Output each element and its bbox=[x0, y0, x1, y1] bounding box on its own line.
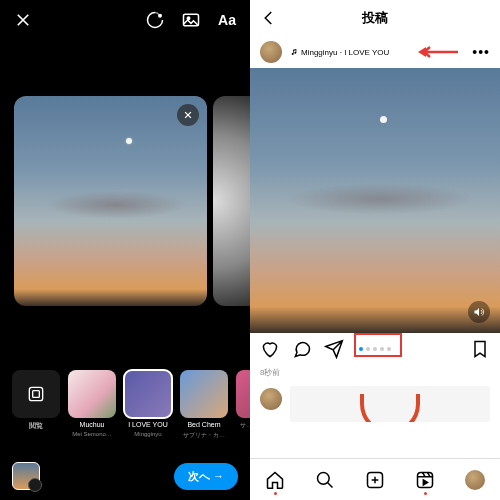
more-icon[interactable]: ••• bbox=[472, 44, 490, 60]
next-post-image[interactable] bbox=[290, 386, 490, 422]
page-title: 投稿 bbox=[362, 9, 388, 27]
tab-bar bbox=[250, 458, 500, 500]
editor-toolbar: Aa bbox=[0, 0, 250, 40]
tab-home[interactable] bbox=[264, 469, 286, 491]
music-selector: 閲覧 Muchuu Mei Semono… I LOVE YOU Minggin… bbox=[0, 362, 250, 452]
tab-create[interactable] bbox=[364, 469, 386, 491]
next-button[interactable]: 次へ → bbox=[174, 463, 238, 490]
next-post bbox=[250, 380, 500, 428]
callout-box bbox=[354, 333, 402, 357]
music-item-2[interactable]: Bed Chem サブリナ・カ… bbox=[180, 370, 228, 440]
svg-rect-7 bbox=[418, 472, 433, 487]
browse-label: 閲覧 bbox=[12, 421, 60, 431]
sound-icon[interactable] bbox=[468, 301, 490, 323]
secondary-preview[interactable] bbox=[213, 96, 250, 306]
cloud-graphic bbox=[44, 191, 187, 219]
gallery-button[interactable] bbox=[12, 462, 40, 490]
share-icon[interactable] bbox=[324, 339, 344, 359]
feed-header: 投稿 bbox=[250, 0, 500, 36]
moon-graphic bbox=[126, 138, 132, 144]
remove-image-button[interactable] bbox=[177, 104, 199, 126]
close-icon[interactable] bbox=[12, 9, 34, 31]
tab-reels[interactable] bbox=[414, 469, 436, 491]
feed-pane: 投稿 Mingginyu · I LOVE YOU ••• 8秒前 bbox=[250, 0, 500, 500]
tab-search[interactable] bbox=[314, 469, 336, 491]
preview-area bbox=[0, 40, 250, 362]
music-item-1[interactable]: I LOVE YOU Mingginyu bbox=[124, 370, 172, 437]
image-icon[interactable] bbox=[180, 9, 202, 31]
post-header: Mingginyu · I LOVE YOU ••• bbox=[250, 36, 500, 68]
post-image[interactable] bbox=[250, 68, 500, 333]
comment-icon[interactable] bbox=[292, 339, 312, 359]
cloud-graphic bbox=[285, 183, 475, 215]
back-icon[interactable] bbox=[260, 9, 278, 27]
music-item-3[interactable]: サ… bbox=[236, 370, 250, 430]
music-browse[interactable]: 閲覧 bbox=[12, 370, 60, 431]
avatar[interactable] bbox=[260, 388, 282, 410]
arrow-callout bbox=[418, 46, 458, 58]
editor-footer: 次へ → bbox=[0, 452, 250, 500]
moon-graphic bbox=[380, 116, 387, 123]
like-icon[interactable] bbox=[260, 339, 280, 359]
music-item-0[interactable]: Muchuu Mei Semono… bbox=[68, 370, 116, 437]
loop-icon[interactable] bbox=[144, 9, 166, 31]
song-info[interactable]: Mingginyu · I LOVE YOU bbox=[290, 48, 389, 57]
bookmark-icon[interactable] bbox=[470, 339, 490, 359]
avatar[interactable] bbox=[260, 41, 282, 63]
tab-profile[interactable] bbox=[464, 469, 486, 491]
text-aa-icon[interactable]: Aa bbox=[216, 9, 238, 31]
music-note-icon bbox=[290, 48, 298, 56]
svg-rect-4 bbox=[33, 391, 40, 398]
editor-pane: Aa 閲覧 Muchuu Mei Semono… I LOVE YOU Ming… bbox=[0, 0, 250, 500]
page-indicator bbox=[359, 347, 391, 351]
svg-point-5 bbox=[318, 472, 330, 484]
timestamp: 8秒前 bbox=[250, 365, 500, 380]
main-preview[interactable] bbox=[14, 96, 207, 306]
svg-point-0 bbox=[159, 15, 162, 18]
post-actions bbox=[250, 333, 500, 365]
svg-rect-3 bbox=[29, 387, 42, 400]
